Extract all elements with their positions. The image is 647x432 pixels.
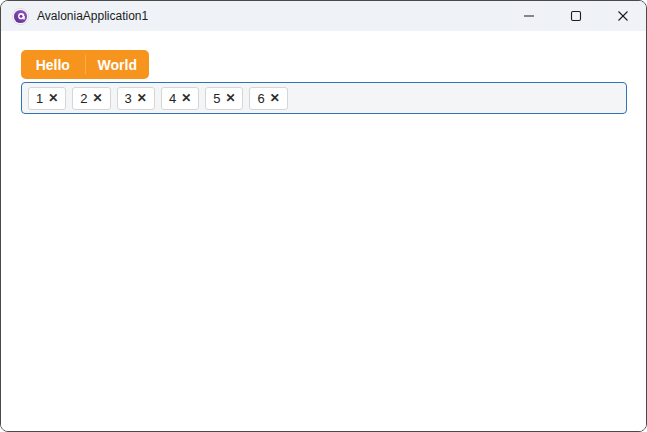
- chip-label: 4: [169, 92, 176, 105]
- chip-5: 5 ✕: [205, 87, 243, 110]
- chip-label: 2: [80, 92, 87, 105]
- chip-label: 3: [125, 92, 132, 105]
- minimize-icon: [523, 10, 535, 22]
- maximize-button[interactable]: [552, 1, 599, 31]
- chip-label: 1: [36, 92, 43, 105]
- chip-4: 4 ✕: [161, 87, 199, 110]
- chip-remove-icon[interactable]: ✕: [137, 92, 147, 104]
- chip-input-container[interactable]: 1 ✕ 2 ✕ 3 ✕ 4 ✕ 5 ✕ 6 ✕: [21, 82, 627, 114]
- chip-label: 5: [213, 92, 220, 105]
- chip-2: 2 ✕: [72, 87, 110, 110]
- chip-remove-icon[interactable]: ✕: [181, 92, 191, 104]
- window-title: AvaloniaApplication1: [37, 9, 148, 23]
- chip-3: 3 ✕: [117, 87, 155, 110]
- maximize-icon: [570, 10, 582, 22]
- close-button[interactable]: [599, 1, 646, 31]
- tab-world[interactable]: World: [86, 50, 150, 79]
- close-icon: [617, 10, 629, 22]
- chip-1: 1 ✕: [28, 87, 66, 110]
- chip-remove-icon[interactable]: ✕: [270, 92, 280, 104]
- chip-label: 6: [257, 92, 264, 105]
- chip-6: 6 ✕: [249, 87, 287, 110]
- chip-remove-icon[interactable]: ✕: [93, 92, 103, 104]
- app-window: AvaloniaApplication1 Hello: [0, 0, 647, 432]
- chip-remove-icon[interactable]: ✕: [225, 92, 235, 104]
- avalonia-logo-icon: [12, 8, 29, 25]
- titlebar[interactable]: AvaloniaApplication1: [1, 1, 646, 31]
- tab-hello[interactable]: Hello: [21, 50, 85, 79]
- minimize-button[interactable]: [505, 1, 552, 31]
- window-content: Hello World 1 ✕ 2 ✕ 3 ✕ 4 ✕ 5 ✕: [1, 31, 646, 431]
- tab-strip: Hello World: [21, 50, 149, 79]
- window-controls: [505, 1, 646, 31]
- chip-remove-icon[interactable]: ✕: [48, 92, 58, 104]
